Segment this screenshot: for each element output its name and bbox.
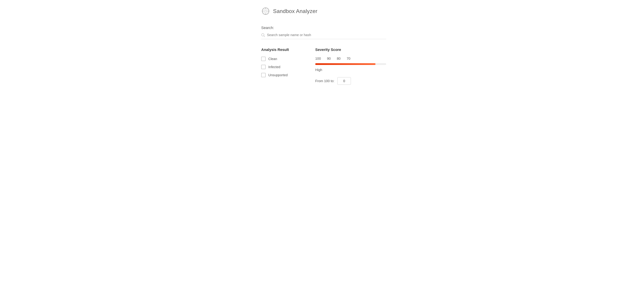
svg-line-8 <box>264 36 265 37</box>
score-80: 80 <box>337 57 340 60</box>
score-scale: 100 90 80 70 <box>315 57 386 60</box>
svg-point-2 <box>264 10 266 12</box>
search-label: Search: <box>261 26 386 30</box>
checkbox-item-infected: Infected <box>261 65 302 69</box>
severity-bar-fill <box>315 63 376 65</box>
search-input-wrapper <box>261 33 386 39</box>
search-input[interactable] <box>267 33 386 37</box>
checkbox-item-clean: Clean <box>261 57 302 61</box>
clean-label: Clean <box>268 57 277 61</box>
analysis-result-panel: Analysis Result Clean Infected Unsupport… <box>261 47 302 85</box>
clean-checkbox[interactable] <box>261 57 266 61</box>
severity-level: High <box>315 68 386 72</box>
sandbox-analyzer-icon <box>261 7 270 15</box>
severity-score-title: Severity Score <box>315 47 386 52</box>
search-section: Search: <box>258 26 386 39</box>
severity-bar-track <box>315 63 386 65</box>
infected-label: Infected <box>268 65 280 69</box>
checkbox-item-unsupported: Unsupported <box>261 73 302 77</box>
main-container: Sandbox Analyzer Search: Analysis Result… <box>258 7 386 85</box>
severity-score-panel: Severity Score 100 90 80 70 High From 10… <box>315 47 386 85</box>
header: Sandbox Analyzer <box>258 7 386 15</box>
analysis-result-title: Analysis Result <box>261 47 302 52</box>
unsupported-label: Unsupported <box>268 73 288 77</box>
search-icon <box>261 33 265 37</box>
svg-point-1 <box>264 9 268 13</box>
filters-section: Analysis Result Clean Infected Unsupport… <box>258 47 386 85</box>
score-range-label: From 100 to: <box>315 79 334 83</box>
score-range-section: From 100 to: <box>315 77 386 85</box>
score-range-input[interactable] <box>337 77 351 85</box>
score-100: 100 <box>315 57 321 60</box>
unsupported-checkbox[interactable] <box>261 73 266 77</box>
infected-checkbox[interactable] <box>261 65 266 69</box>
score-70: 70 <box>347 57 350 60</box>
score-90: 90 <box>327 57 330 60</box>
page-title: Sandbox Analyzer <box>273 8 318 14</box>
